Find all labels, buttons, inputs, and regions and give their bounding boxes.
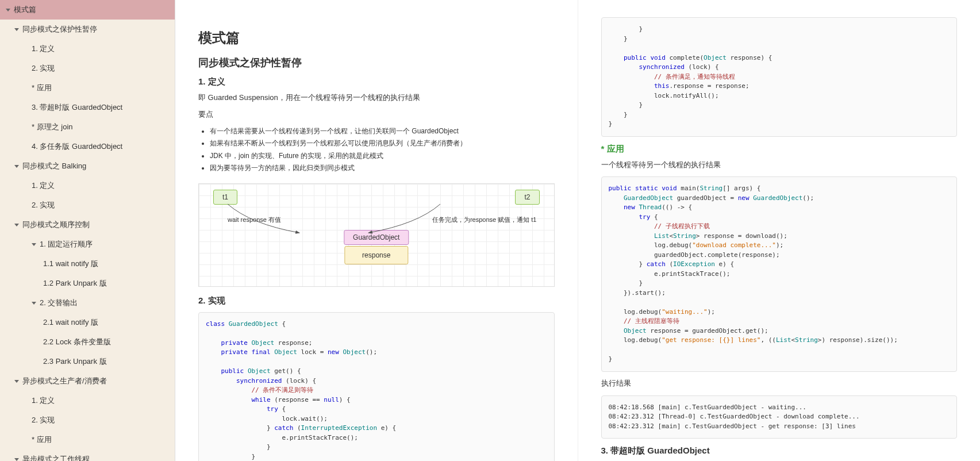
paragraph: 即 Guarded Suspension，用在一个线程等待另一个线程的执行结果 — [198, 92, 555, 104]
nav-label: 1. 固定运行顺序 — [40, 239, 93, 249]
subsection-title: 1. 定义 — [198, 76, 555, 87]
nav-label: 2.2 Lock 条件变量版 — [43, 337, 111, 347]
nav-label: 2. 交替输出 — [40, 298, 78, 308]
bullet-item: JDK 中，join 的实现、Future 的实现，采用的就是此模式 — [210, 150, 555, 163]
nav-label: 同步模式之 Balking — [22, 161, 86, 171]
nav-item[interactable]: 2. 交替输出 — [0, 293, 175, 313]
nav-label: 1.1 wait notify 版 — [43, 259, 98, 269]
nav-label: 2.3 Park Unpark 版 — [43, 356, 107, 367]
nav-item[interactable]: 1.2 Park Unpark 版 — [0, 274, 175, 293]
caret-icon — [6, 9, 10, 11]
nav-item[interactable]: 异步模式之生产者/消费者 — [0, 371, 175, 391]
nav-item[interactable]: 1. 定义 — [0, 391, 175, 410]
caret-icon — [32, 243, 36, 246]
nav-label: * 原理之 join — [32, 122, 73, 132]
nav-item[interactable]: 模式篇 — [0, 0, 175, 20]
nav-item[interactable]: 4. 多任务版 GuardedObject — [0, 137, 175, 156]
nav-label: 2. 实现 — [32, 415, 55, 425]
diagram-box-response: response — [344, 246, 408, 264]
nav-item[interactable]: 同步模式之保护性暂停 — [0, 20, 175, 39]
nav-label: 1. 定义 — [32, 44, 55, 54]
caret-icon — [14, 380, 19, 383]
nav-label: 异步模式之生产者/消费者 — [22, 376, 107, 386]
nav-item[interactable]: 2. 实现 — [0, 410, 175, 430]
nav-item[interactable]: 3. 带超时版 GuardedObject — [0, 98, 175, 117]
left-column: 模式篇 同步模式之保护性暂停 1. 定义 即 Guarded Suspensio… — [175, 0, 578, 461]
content: 模式篇 同步模式之保护性暂停 1. 定义 即 Guarded Suspensio… — [175, 0, 980, 461]
nav-item[interactable]: 1. 定义 — [0, 176, 175, 195]
subsection-title: * 应用 — [601, 144, 958, 155]
caret-icon — [14, 224, 19, 226]
bullet-item: 因为要等待另一方的结果，因此归类到同步模式 — [210, 162, 555, 175]
nav-item[interactable]: 2. 实现 — [0, 59, 175, 78]
nav-label: 2.1 wait notify 版 — [43, 317, 98, 328]
nav-label: 1.2 Park Unpark 版 — [43, 278, 107, 289]
nav-label: 2. 实现 — [32, 200, 55, 210]
nav-label: 1. 定义 — [32, 180, 55, 191]
nav-label: * 应用 — [32, 83, 52, 93]
subsection-title: 2. 实现 — [198, 295, 555, 306]
nav-item[interactable]: * 原理之 join — [0, 117, 175, 137]
nav-label: * 应用 — [32, 435, 52, 445]
paragraph: 要点 — [198, 109, 555, 121]
nav-item[interactable]: 2.1 wait notify 版 — [0, 313, 175, 332]
diagram: t1 t2 wait response 有值 任务完成，为response 赋值… — [198, 183, 555, 287]
bullet-item: 如果有结果不断从一个线程到另一个线程那么可以使用消息队列（见生产者/消费者） — [210, 137, 555, 150]
nav-item[interactable]: 2. 实现 — [0, 195, 175, 215]
nav-label: 3. 带超时版 GuardedObject — [32, 102, 122, 113]
diagram-label: wait response 有值 — [228, 216, 281, 224]
nav-item[interactable]: 2.3 Park Unpark 版 — [0, 352, 175, 371]
paragraph: 一个线程等待另一个线程的执行结果 — [601, 159, 958, 171]
nav-item[interactable]: 异步模式之工作线程 — [0, 450, 175, 461]
nav-item[interactable]: * 应用 — [0, 78, 175, 98]
sidebar: 模式篇同步模式之保护性暂停1. 定义2. 实现* 应用3. 带超时版 Guard… — [0, 0, 175, 461]
nav-label: 2. 实现 — [32, 63, 55, 74]
nav-label: 同步模式之保护性暂停 — [22, 24, 97, 34]
bullet-item: 有一个结果需要从一个线程传递到另一个线程，让他们关联同一个 GuardedObj… — [210, 125, 555, 138]
code-block: class GuardedObject { private Object res… — [198, 312, 555, 461]
caret-icon — [14, 458, 19, 461]
nav-item[interactable]: 1.1 wait notify 版 — [0, 254, 175, 274]
caret-icon — [32, 302, 36, 305]
nav-item[interactable]: 同步模式之顺序控制 — [0, 215, 175, 235]
caret-icon — [14, 28, 19, 31]
caret-icon — [14, 165, 19, 168]
nav-label: 异步模式之工作线程 — [22, 454, 90, 461]
right-column: } } public void complete(Object response… — [578, 0, 981, 461]
bullet-list: 有一个结果需要从一个线程传递到另一个线程，让他们关联同一个 GuardedObj… — [210, 125, 555, 175]
code-block: } } public void complete(Object response… — [601, 17, 958, 137]
diagram-box-t2: t2 — [515, 190, 539, 205]
nav-item[interactable]: 同步模式之 Balking — [0, 156, 175, 176]
nav-item[interactable]: 2.2 Lock 条件变量版 — [0, 332, 175, 352]
nav-item[interactable]: 1. 固定运行顺序 — [0, 235, 175, 254]
paragraph: 执行结果 — [601, 378, 958, 390]
log-output: 08:42:18.568 [main] c.TestGuardedObject … — [601, 395, 958, 439]
nav-label: 模式篇 — [14, 5, 36, 15]
page-title: 模式篇 — [198, 29, 555, 47]
nav-item[interactable]: 1. 定义 — [0, 39, 175, 59]
nav-label: 同步模式之顺序控制 — [22, 220, 90, 230]
nav-label: 4. 多任务版 GuardedObject — [32, 141, 122, 152]
nav-item[interactable]: * 应用 — [0, 430, 175, 450]
subsection-title: 3. 带超时版 GuardedObject — [601, 445, 958, 456]
nav-label: 1. 定义 — [32, 395, 55, 406]
code-block: public static void main(String[] args) {… — [601, 176, 958, 372]
diagram-label: 任务完成，为response 赋值，通知 t1 — [432, 216, 537, 224]
diagram-box-guarded: GuardedObject — [344, 230, 409, 245]
diagram-box-t1: t1 — [213, 190, 237, 205]
section-title: 同步模式之保护性暂停 — [198, 56, 555, 70]
